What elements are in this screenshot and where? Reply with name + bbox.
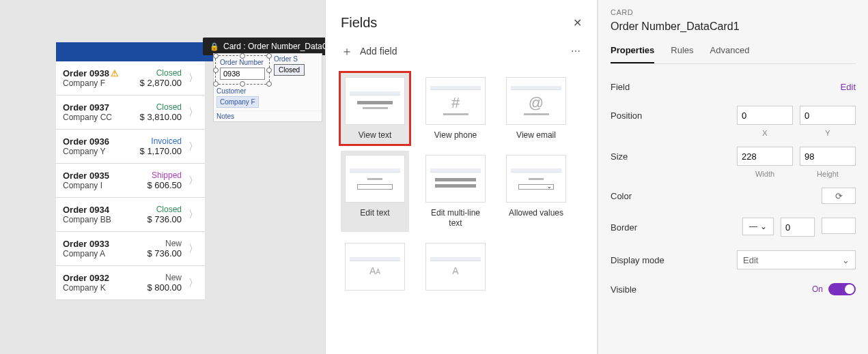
order-form-card[interactable]: Order Number 0938 Order S Closed Custome… [213, 53, 322, 122]
order-company: Company A [63, 249, 147, 259]
chevron-down-icon: ⌄ [842, 255, 850, 265]
prop-displaymode-label: Display mode [611, 255, 664, 265]
control-view-text[interactable]: View text [341, 73, 409, 144]
order-id: Order 0933 [63, 239, 147, 249]
visible-toggle[interactable] [828, 283, 856, 295]
order-company: Company K [63, 283, 147, 293]
order-status: Closed [140, 102, 182, 112]
size-width-input[interactable] [737, 147, 793, 166]
lock-icon [210, 42, 219, 51]
order-status: Shipped [147, 171, 182, 180]
order-company: Company CC [63, 113, 140, 122]
prop-field-label: Field [611, 82, 630, 92]
notes-label: Notes [214, 110, 322, 121]
chevron-right-icon[interactable]: 〉 [188, 209, 198, 221]
order-status: Closed [140, 68, 182, 78]
order-amount: $ 736.00 [147, 214, 182, 224]
order-id: Order 0934 [63, 205, 147, 215]
chevron-right-icon[interactable]: 〉 [188, 106, 198, 119]
order-number-input[interactable]: 0938 [220, 68, 265, 80]
control-edit-text[interactable]: Edit text [341, 151, 409, 232]
order-row[interactable]: Order 0936Company YInvoiced$ 1,170.00〉 [56, 130, 205, 164]
control-view-email[interactable]: @ View email [502, 73, 570, 144]
order-id: Order 0937 [63, 102, 140, 113]
size-height-input[interactable] [800, 147, 856, 166]
order-amount: $ 3,810.00 [140, 112, 182, 122]
color-picker[interactable]: ⟳ [822, 188, 856, 204]
order-status: Closed [147, 205, 182, 214]
control-more-1[interactable]: AA [341, 239, 409, 300]
display-mode-select[interactable]: Edit ⌄ [737, 250, 856, 269]
position-y-sublabel: Y [800, 129, 856, 137]
position-y-input[interactable] [800, 106, 856, 125]
order-amount: $ 736.00 [147, 248, 182, 259]
order-row[interactable]: Order 0935Company IShipped$ 606.50〉 [56, 164, 205, 198]
control-allowed-values[interactable]: ⌄ Allowed values [502, 151, 570, 232]
order-amount: $ 606.50 [147, 180, 182, 190]
prop-field-edit-link[interactable]: Edit [841, 82, 856, 92]
properties-caption: CARD [611, 8, 856, 16]
order-status-value[interactable]: Closed [274, 64, 305, 76]
order-company: Company I [63, 181, 147, 190]
position-x-input[interactable] [737, 106, 793, 125]
order-status: Invoiced [140, 136, 182, 146]
order-row[interactable]: Order 0938⚠Company FClosed$ 2,870.00〉 [56, 61, 205, 95]
fields-panel-title: Fields [341, 15, 377, 31]
order-company: Company BB [63, 215, 147, 224]
order-status: New [147, 273, 182, 282]
tab-properties[interactable]: Properties [611, 41, 654, 63]
order-number-datacard[interactable]: Order Number 0938 [215, 55, 270, 85]
size-height-sublabel: Height [800, 170, 856, 178]
control-view-phone[interactable]: # View phone [421, 73, 490, 144]
add-field-button[interactable]: Add field [360, 46, 397, 57]
order-row[interactable]: Order 0937Company CCClosed$ 3,810.00〉 [56, 95, 205, 130]
order-status: New [147, 239, 182, 248]
chevron-right-icon[interactable]: 〉 [188, 175, 198, 187]
border-style-select[interactable]: — ⌄ [742, 218, 774, 235]
order-amount: $ 800.00 [147, 282, 182, 293]
chevron-right-icon[interactable]: 〉 [188, 243, 198, 255]
order-amount: $ 1,170.00 [140, 146, 182, 156]
order-company: Company Y [63, 147, 140, 156]
order-id: Order 0936 [63, 136, 140, 147]
tab-advanced[interactable]: Advanced [710, 41, 750, 63]
border-color-picker[interactable] [822, 218, 856, 234]
order-amount: $ 2,870.00 [140, 78, 182, 88]
order-id: Order 0938⚠ [63, 68, 140, 78]
control-edit-multiline[interactable]: Edit multi-line text [421, 151, 490, 232]
visible-toggle-label: On [812, 284, 823, 294]
tab-rules[interactable]: Rules [671, 41, 693, 63]
size-width-sublabel: Width [737, 170, 793, 178]
prop-border-label: Border [611, 222, 637, 233]
plus-icon[interactable]: ＋ [341, 43, 353, 59]
prop-size-label: Size [611, 151, 628, 162]
prop-position-label: Position [611, 110, 642, 121]
order-row[interactable]: Order 0933Company ANew$ 736.00〉 [56, 232, 205, 266]
order-status-datacard[interactable]: Order S Closed [271, 54, 322, 86]
control-more-2[interactable]: A [421, 239, 490, 300]
chevron-right-icon[interactable]: 〉 [188, 72, 198, 85]
order-id: Order 0935 [63, 171, 147, 181]
warning-icon: ⚠ [111, 68, 119, 78]
chevron-right-icon[interactable]: 〉 [188, 141, 198, 153]
border-width-input[interactable] [781, 218, 815, 237]
customer-value[interactable]: Company F [216, 96, 259, 108]
properties-title: Order Number_DataCard1 [611, 20, 856, 33]
order-company: Company F [63, 78, 140, 88]
order-id: Order 0932 [63, 273, 147, 283]
fields-more-icon[interactable]: ⋯ [571, 46, 582, 57]
fields-panel: Fields ✕ ＋ Add field ⋯ ⌃ ⌄ ⌄ View text #… [325, 0, 597, 354]
orders-gallery[interactable]: Order 0938⚠Company FClosed$ 2,870.00〉Ord… [56, 61, 205, 300]
chevron-right-icon[interactable]: 〉 [188, 277, 198, 289]
close-icon[interactable]: ✕ [573, 16, 582, 29]
properties-panel: CARD Order Number_DataCard1 Properties R… [598, 0, 868, 354]
order-row[interactable]: Order 0934Company BBClosed$ 736.00〉 [56, 198, 205, 232]
order-row[interactable]: Order 0932Company KNew$ 800.00〉 [56, 266, 205, 300]
customer-datacard[interactable]: Customer Company F [214, 86, 322, 109]
prop-color-label: Color [611, 191, 632, 201]
customer-label: Customer [214, 86, 322, 95]
chevron-down-icon: ⌄ [760, 222, 767, 231]
order-status-label: Order S [271, 54, 322, 63]
prop-visible-label: Visible [611, 284, 636, 295]
control-type-gallery: View text # View phone @ View email Edit… [326, 69, 597, 354]
